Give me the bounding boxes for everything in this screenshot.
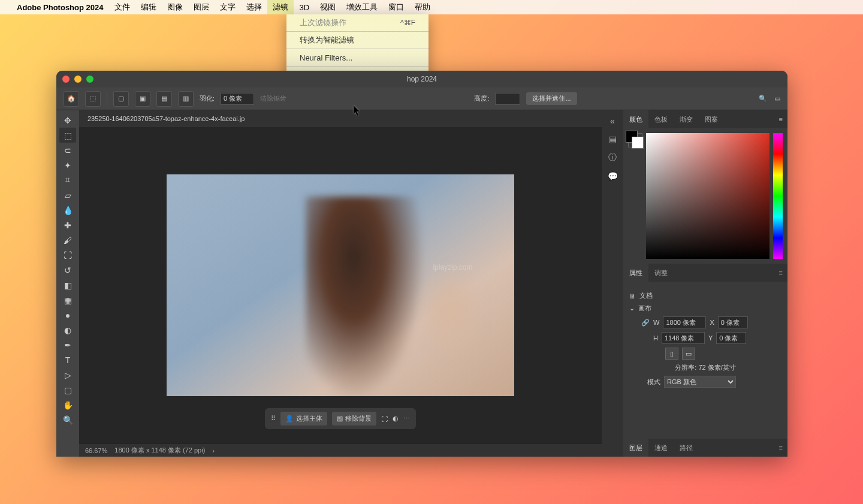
pen-tool[interactable]: ✒: [59, 337, 76, 352]
hue-slider[interactable]: [773, 133, 783, 259]
watermark: iplayzip.com: [433, 263, 472, 271]
color-field[interactable]: [646, 133, 770, 259]
layers-panel-tabs: 图层 通道 路径 ≡: [623, 439, 787, 457]
tab-color[interactable]: 颜色: [623, 110, 648, 128]
chevron-down-icon[interactable]: ⌄: [629, 304, 635, 312]
fg-bg-swatch[interactable]: [628, 133, 642, 147]
width-input[interactable]: [663, 316, 706, 328]
stamp-tool[interactable]: ⛶: [59, 248, 76, 262]
comments-panel-icon[interactable]: 💬: [608, 171, 618, 181]
macos-menubar: Adobe Photoshop 2024 文件 编辑 图像 图层 文字 选择 滤…: [0, 0, 863, 14]
height-label: H: [653, 334, 658, 342]
history-brush-tool[interactable]: ↺: [59, 262, 76, 277]
zoom-tool[interactable]: 🔍: [59, 412, 76, 427]
tab-paths[interactable]: 路径: [674, 439, 699, 457]
tab-layers[interactable]: 图层: [623, 439, 648, 457]
y-input[interactable]: [716, 332, 746, 344]
patch-tool[interactable]: ✚: [59, 218, 76, 233]
frame-tool[interactable]: ▱: [59, 188, 76, 203]
menu-filter[interactable]: 滤镜: [267, 0, 294, 14]
tab-adjustments[interactable]: 调整: [648, 264, 674, 282]
info-panel-icon[interactable]: ⓘ: [608, 152, 617, 163]
landscape-orient-button[interactable]: ▭: [682, 348, 695, 360]
search-icon[interactable]: 🔍: [759, 95, 767, 102]
brush-tool[interactable]: 🖌: [59, 233, 76, 248]
app-name[interactable]: Adobe Photoshop 2024: [17, 3, 103, 12]
expand-dock-icon[interactable]: «: [610, 116, 615, 126]
link-icon[interactable]: 🔗: [641, 319, 650, 327]
menu-edit[interactable]: 编辑: [135, 0, 162, 14]
panel-menu-icon[interactable]: ≡: [774, 269, 787, 276]
canvas-area: 235250-16406203705a57-topaz-enhance-4x-f…: [79, 110, 602, 457]
menu-3d[interactable]: 3D: [294, 0, 315, 14]
toolbox: ✥ ⬚ ⊂ ✦ ⌗ ▱ 💧 ✚ 🖌 ⛶ ↺ ◧ ▦ ● ◐ ✒ T ▷ ▢ ✋ …: [56, 110, 79, 457]
menu-layer[interactable]: 图层: [188, 0, 215, 14]
color-mode-select[interactable]: RGB 颜色: [664, 376, 736, 388]
menu-file[interactable]: 文件: [109, 0, 135, 14]
tab-gradients[interactable]: 渐变: [674, 110, 699, 128]
menu-window[interactable]: 窗口: [383, 0, 409, 14]
select-subject-button[interactable]: 👤选择主体: [280, 412, 327, 425]
eyedropper-tool[interactable]: 💧: [59, 203, 76, 218]
transform-icon[interactable]: ⛶: [381, 415, 388, 422]
document-tab[interactable]: 235250-16406203705a57-topaz-enhance-4x-f…: [79, 110, 602, 127]
gradient-tool[interactable]: ▦: [59, 292, 76, 307]
canvas[interactable]: iplayzip.com ⠿ 👤选择主体 ▨移除背景 ⛶ ◐ ⋯: [79, 127, 602, 443]
mode-label: 模式: [647, 378, 660, 387]
options-bar: 🏠 ⬚ ▢ ▣ ▤ ▥ 羽化: 清除锯齿 高度: 选择并遮住... 🔍 ▭: [56, 87, 787, 110]
mouse-cursor-icon: [354, 105, 362, 116]
eraser-tool[interactable]: ◧: [59, 277, 76, 292]
hand-tool[interactable]: ✋: [59, 397, 76, 412]
tab-swatches[interactable]: 色板: [648, 110, 674, 128]
sel-intersect-icon[interactable]: ▥: [178, 91, 194, 107]
select-and-mask-button[interactable]: 选择并遮住...: [526, 92, 577, 105]
maximize-window-button[interactable]: [86, 76, 93, 83]
share-icon[interactable]: ▭: [774, 95, 780, 102]
marquee-tool[interactable]: ⬚: [59, 128, 76, 143]
crop-tool[interactable]: ⌗: [59, 173, 76, 188]
histogram-panel-icon[interactable]: ▤: [609, 134, 617, 144]
dodge-tool[interactable]: ◐: [59, 322, 76, 337]
sel-add-icon[interactable]: ▣: [135, 91, 150, 107]
drag-handle-icon[interactable]: ⠿: [271, 415, 276, 422]
menu-neural-filters[interactable]: Neural Filters...: [286, 52, 429, 63]
zoom-level[interactable]: 66.67%: [85, 447, 107, 454]
titlebar: hop 2024: [56, 71, 787, 87]
tab-patterns[interactable]: 图案: [699, 110, 724, 128]
menu-type[interactable]: 文字: [215, 0, 241, 14]
chevron-right-icon[interactable]: ›: [212, 447, 215, 454]
home-button[interactable]: 🏠: [64, 91, 79, 107]
portrait-orient-button[interactable]: ▯: [665, 348, 678, 360]
height-input[interactable]: [662, 332, 705, 344]
panel-menu-icon[interactable]: ≡: [774, 444, 787, 451]
sel-sub-icon[interactable]: ▤: [156, 91, 172, 107]
type-tool[interactable]: T: [59, 352, 76, 367]
feather-input[interactable]: [221, 93, 254, 105]
more-icon[interactable]: ⋯: [403, 415, 410, 422]
contextual-task-bar: ⠿ 👤选择主体 ▨移除背景 ⛶ ◐ ⋯: [265, 408, 416, 429]
blur-tool[interactable]: ●: [59, 307, 76, 322]
path-tool[interactable]: ▷: [59, 367, 76, 382]
document-section-label: 文档: [639, 291, 653, 300]
close-window-button[interactable]: [62, 76, 70, 83]
x-input[interactable]: [718, 316, 748, 328]
shape-tool[interactable]: ▢: [59, 382, 76, 397]
tab-channels[interactable]: 通道: [648, 439, 674, 457]
tab-properties[interactable]: 属性: [623, 264, 648, 282]
marquee-preset-icon[interactable]: ⬚: [85, 91, 101, 107]
menu-help[interactable]: 帮助: [409, 0, 436, 14]
lasso-tool[interactable]: ⊂: [59, 143, 76, 158]
sel-new-icon[interactable]: ▢: [113, 91, 129, 107]
wand-tool[interactable]: ✦: [59, 158, 76, 173]
menu-convert-smart[interactable]: 转换为智能滤镜: [286, 35, 429, 46]
menu-plugins[interactable]: 增效工具: [341, 0, 383, 14]
menu-image[interactable]: 图像: [162, 0, 188, 14]
minimize-window-button[interactable]: [74, 76, 82, 83]
menu-view[interactable]: 视图: [315, 0, 341, 14]
height-input[interactable]: [495, 93, 520, 105]
adjust-icon[interactable]: ◐: [393, 415, 399, 422]
remove-background-button[interactable]: ▨移除背景: [332, 412, 376, 425]
menu-select[interactable]: 选择: [241, 0, 267, 14]
panel-menu-icon[interactable]: ≡: [774, 116, 787, 123]
move-tool[interactable]: ✥: [59, 113, 76, 128]
